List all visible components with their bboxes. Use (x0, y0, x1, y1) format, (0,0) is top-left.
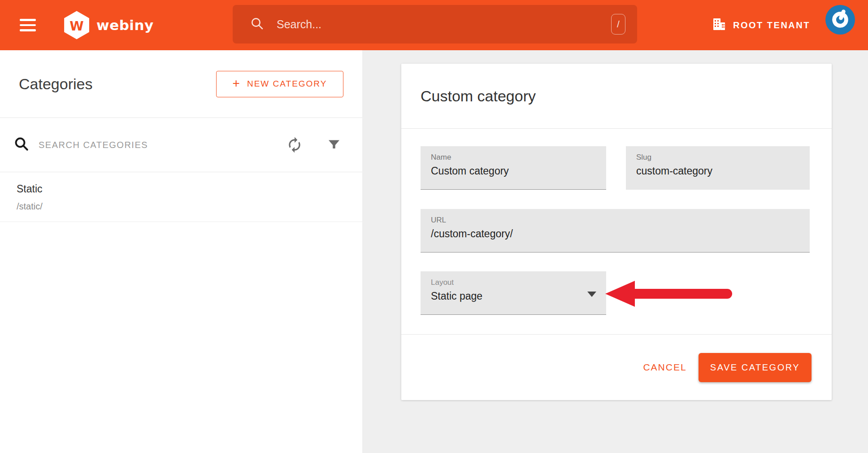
tenant-selector[interactable]: ROOT TENANT (711, 0, 810, 50)
building-icon (711, 16, 727, 34)
url-value: /custom-category/ (431, 228, 801, 240)
name-label: Name (431, 153, 597, 162)
search-categories-icon (13, 136, 30, 154)
form-footer: CANCEL SAVE CATEGORY (401, 334, 832, 400)
divider (401, 128, 832, 129)
category-name: Static (17, 183, 362, 195)
slug-label: Slug (636, 153, 801, 162)
url-label: URL (431, 216, 801, 225)
categories-list-panel: Categories + NEW CATEGORY SEARCH CATEGOR… (0, 50, 362, 453)
slug-value: custom-category (636, 165, 801, 177)
refresh-icon[interactable] (286, 136, 303, 153)
new-category-button[interactable]: + NEW CATEGORY (216, 71, 343, 97)
hamburger-menu-icon[interactable] (20, 19, 36, 31)
category-list-item-static[interactable]: Static /static/ (0, 172, 362, 222)
search-categories-input[interactable]: SEARCH CATEGORIES (39, 140, 286, 150)
plus-icon: + (233, 77, 240, 90)
tenant-name: ROOT TENANT (733, 20, 810, 30)
save-category-button[interactable]: SAVE CATEGORY (699, 353, 812, 382)
chevron-down-icon[interactable] (587, 292, 596, 297)
layout-select[interactable]: Layout Static page (421, 271, 606, 315)
details-panel: Custom category Name Custom category Slu… (362, 50, 868, 453)
layout-label: Layout (431, 278, 597, 287)
filter-icon[interactable] (326, 137, 342, 152)
global-search-input[interactable]: Search... / (233, 5, 637, 44)
cancel-button[interactable]: CANCEL (629, 354, 701, 381)
form-title: Custom category (421, 87, 536, 105)
name-value: Custom category (431, 165, 597, 177)
svg-text:W: W (69, 19, 83, 34)
slug-field: Slug custom-category (626, 146, 810, 190)
name-field[interactable]: Name Custom category (421, 146, 606, 190)
url-field: URL /custom-category/ (421, 209, 810, 253)
search-icon (250, 16, 264, 32)
layout-value: Static page (431, 290, 597, 302)
brand-name: webiny (96, 17, 154, 33)
annotation-arrow (604, 280, 733, 309)
webiny-logo[interactable]: W webiny (63, 10, 154, 40)
keyboard-shortcut-badge: / (611, 14, 625, 35)
category-form-card: Custom category Name Custom category Slu… (401, 64, 832, 400)
webiny-hexagon-icon: W (63, 10, 91, 40)
user-avatar[interactable] (825, 5, 855, 35)
app-header: W webiny Search... / (0, 0, 868, 50)
divider (0, 222, 362, 222)
page-title: Categories (19, 75, 92, 93)
category-url: /static/ (17, 201, 362, 212)
search-placeholder: Search... (277, 18, 321, 31)
